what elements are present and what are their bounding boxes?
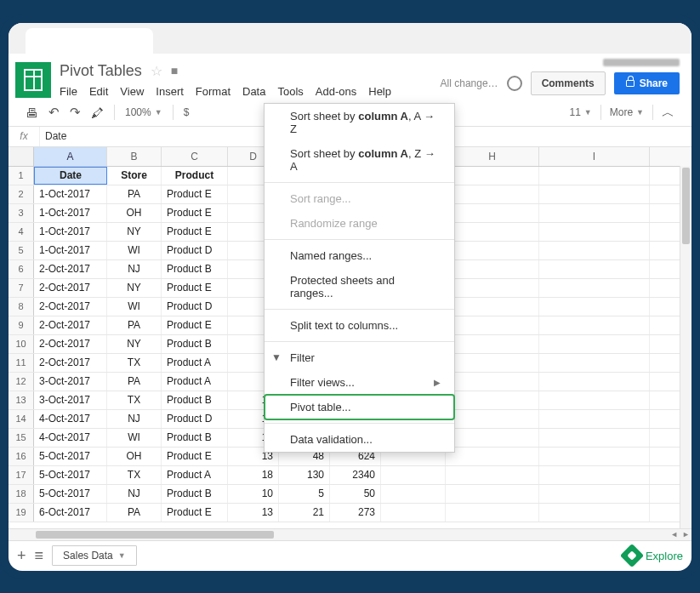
cell[interactable]: NJ bbox=[107, 260, 162, 278]
scroll-arrows[interactable]: ◄ ► bbox=[670, 529, 690, 540]
more-tools[interactable]: More▼ bbox=[610, 106, 644, 118]
cell[interactable]: Product D bbox=[162, 242, 228, 259]
cell[interactable] bbox=[446, 429, 539, 447]
menu-sort-sheet-za[interactable]: Sort sheet by column A, Z → A bbox=[265, 141, 454, 179]
cell[interactable] bbox=[539, 279, 650, 297]
col-header-H[interactable]: H bbox=[446, 147, 539, 166]
history-icon[interactable] bbox=[507, 76, 522, 91]
row-header[interactable]: 19 bbox=[9, 504, 34, 522]
cell[interactable]: 4-Oct-2017 bbox=[34, 410, 107, 428]
cell[interactable] bbox=[539, 242, 650, 259]
cell[interactable] bbox=[539, 167, 650, 185]
cell[interactable]: WI bbox=[107, 298, 162, 316]
cell[interactable] bbox=[446, 204, 539, 222]
cell[interactable]: 130 bbox=[279, 466, 330, 484]
sheet-tab-sales-data[interactable]: Sales Data ▼ bbox=[52, 545, 137, 566]
cell[interactable]: Product E bbox=[162, 279, 228, 297]
cell[interactable]: Product B bbox=[162, 335, 228, 353]
cell[interactable]: 2340 bbox=[330, 466, 381, 484]
col-header-I[interactable]: I bbox=[539, 147, 650, 166]
cell[interactable] bbox=[446, 185, 539, 203]
row-header[interactable]: 11 bbox=[9, 354, 34, 372]
cell[interactable] bbox=[381, 504, 446, 522]
cell[interactable] bbox=[446, 279, 539, 297]
cell[interactable]: 6-Oct-2017 bbox=[34, 504, 107, 522]
cell[interactable]: OH bbox=[107, 204, 162, 222]
cell[interactable] bbox=[539, 204, 650, 222]
row-header[interactable]: 5 bbox=[9, 242, 34, 259]
cell[interactable]: TX bbox=[107, 466, 162, 484]
row-header[interactable]: 2 bbox=[9, 185, 34, 203]
row-header[interactable]: 10 bbox=[9, 335, 34, 353]
cell[interactable]: Product E bbox=[162, 204, 228, 222]
menu-protected-sheets[interactable]: Protected sheets and ranges... bbox=[265, 268, 454, 305]
cell[interactable] bbox=[539, 485, 650, 503]
cell[interactable]: 2-Oct-2017 bbox=[34, 354, 107, 372]
cell[interactable] bbox=[446, 410, 539, 428]
cell[interactable]: Product E bbox=[162, 223, 228, 241]
row-header[interactable]: 8 bbox=[9, 298, 34, 316]
row-header[interactable]: 9 bbox=[9, 316, 34, 334]
undo-icon[interactable]: ↶ bbox=[48, 105, 60, 120]
all-sheets-icon[interactable]: ≡ bbox=[35, 547, 44, 565]
cell[interactable]: 3-Oct-2017 bbox=[34, 391, 107, 409]
cell[interactable] bbox=[539, 373, 650, 391]
cell[interactable] bbox=[446, 260, 539, 278]
cell[interactable]: 5-Oct-2017 bbox=[34, 448, 107, 465]
cell[interactable] bbox=[539, 223, 650, 241]
cell[interactable] bbox=[446, 242, 539, 259]
cell[interactable] bbox=[446, 335, 539, 353]
currency-format[interactable]: $ bbox=[184, 106, 190, 118]
star-icon[interactable]: ☆ bbox=[151, 63, 162, 79]
row-header[interactable]: 6 bbox=[9, 260, 34, 278]
cell[interactable]: Product bbox=[162, 167, 228, 185]
cell[interactable]: OH bbox=[107, 448, 162, 465]
cell[interactable]: Product A bbox=[162, 373, 228, 391]
row-header[interactable]: 14 bbox=[9, 410, 34, 428]
cell[interactable]: 2-Oct-2017 bbox=[34, 298, 107, 316]
menu-split-text[interactable]: Split text to columns... bbox=[265, 313, 454, 338]
cell[interactable]: NY bbox=[107, 279, 162, 297]
collapse-toolbar-icon[interactable]: ︿ bbox=[662, 105, 674, 121]
cell[interactable]: 21 bbox=[279, 504, 330, 522]
menu-edit[interactable]: Edit bbox=[89, 85, 108, 98]
vertical-scroll-thumb[interactable] bbox=[682, 168, 690, 244]
cell[interactable] bbox=[539, 335, 650, 353]
menu-sort-sheet-az[interactable]: Sort sheet by column A, A → Z bbox=[265, 104, 454, 141]
menu-tools[interactable]: Tools bbox=[277, 85, 303, 98]
row-header[interactable]: 15 bbox=[9, 429, 34, 447]
comments-button[interactable]: Comments bbox=[531, 71, 606, 95]
cell[interactable]: Product A bbox=[162, 354, 228, 372]
document-title[interactable]: Pivot Tables bbox=[60, 62, 142, 80]
cell[interactable] bbox=[381, 485, 446, 503]
cell[interactable]: Product D bbox=[162, 298, 228, 316]
explore-button[interactable]: Explore bbox=[623, 547, 683, 564]
cell[interactable]: TX bbox=[107, 354, 162, 372]
row-header[interactable]: 4 bbox=[9, 223, 34, 241]
cell[interactable]: WI bbox=[107, 429, 162, 447]
cell[interactable] bbox=[539, 298, 650, 316]
cell[interactable] bbox=[446, 316, 539, 334]
cell[interactable]: Date bbox=[34, 167, 107, 185]
col-header-A[interactable]: A bbox=[34, 147, 107, 166]
horizontal-scrollbar[interactable]: ◄ ► bbox=[9, 528, 691, 540]
row-header[interactable]: 17 bbox=[9, 466, 34, 484]
row-header[interactable]: 3 bbox=[9, 204, 34, 222]
cell[interactable]: 5 bbox=[279, 485, 330, 503]
cell[interactable]: NY bbox=[107, 335, 162, 353]
add-sheet-icon[interactable]: + bbox=[17, 547, 26, 565]
cell[interactable]: 5-Oct-2017 bbox=[34, 485, 107, 503]
cell[interactable]: 13 bbox=[228, 504, 279, 522]
cell[interactable]: Product D bbox=[162, 410, 228, 428]
select-all-corner[interactable] bbox=[9, 147, 34, 166]
cell[interactable]: Product E bbox=[162, 316, 228, 334]
cell[interactable]: 4-Oct-2017 bbox=[34, 429, 107, 447]
cell[interactable] bbox=[539, 504, 650, 522]
share-button[interactable]: Share bbox=[614, 72, 680, 94]
cell[interactable]: PA bbox=[107, 185, 162, 203]
cell[interactable]: 273 bbox=[330, 504, 381, 522]
cell[interactable]: PA bbox=[107, 373, 162, 391]
menu-addons[interactable]: Add-ons bbox=[316, 85, 356, 98]
cell[interactable]: 5-Oct-2017 bbox=[34, 466, 107, 484]
cell[interactable] bbox=[381, 466, 446, 484]
